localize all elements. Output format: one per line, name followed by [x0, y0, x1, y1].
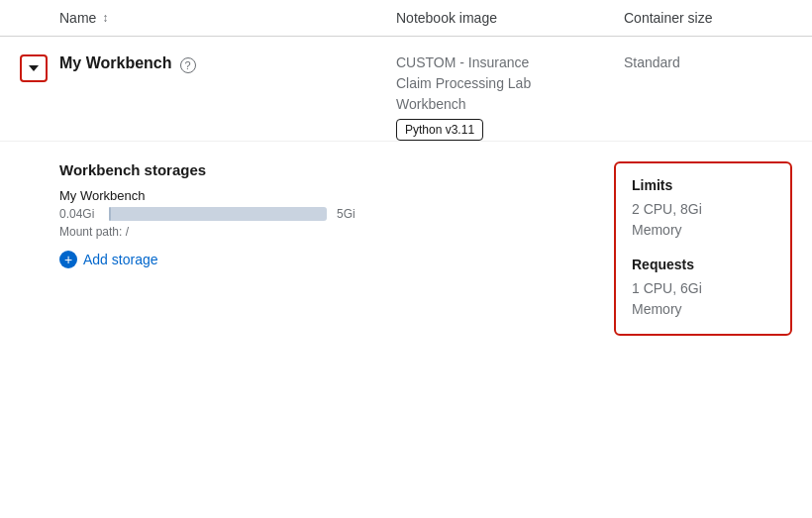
- expanded-section: Workbench storages My Workbench 0.04Gi 5…: [0, 142, 812, 356]
- storage-bar-fill: [109, 207, 111, 221]
- notebook-cell: CUSTOM - Insurance Claim Processing Lab …: [396, 52, 624, 141]
- container-size-value: Standard: [624, 54, 680, 70]
- plus-circle-icon: +: [59, 251, 77, 268]
- col-container-header: Container size: [624, 10, 792, 26]
- col-notebook-label: Notebook image: [396, 10, 497, 26]
- mount-path: Mount path: /: [59, 225, 594, 239]
- requests-heading: Requests: [632, 257, 774, 272]
- storage-section: Workbench storages My Workbench 0.04Gi 5…: [59, 161, 594, 336]
- limits-value: 2 CPU, 8GiMemory: [632, 199, 774, 241]
- container-size-cell: Standard: [624, 52, 792, 70]
- help-icon[interactable]: ?: [180, 57, 196, 73]
- limits-section: Limits 2 CPU, 8GiMemory Requests 1 CPU, …: [614, 161, 792, 336]
- chevron-down-icon: [29, 65, 39, 71]
- col-name-header: Name ↕: [59, 10, 396, 26]
- col-container-label: Container size: [624, 10, 713, 26]
- python-badge: Python v3.11: [396, 119, 483, 141]
- sort-icon[interactable]: ↕: [102, 11, 108, 25]
- notebook-line3: Workbench: [396, 94, 624, 115]
- table-header: Name ↕ Notebook image Container size: [0, 0, 812, 37]
- storage-title: Workbench storages: [59, 161, 594, 178]
- notebook-line2: Claim Processing Lab: [396, 73, 624, 94]
- storage-bar: [109, 207, 327, 221]
- col-notebook-header: Notebook image: [396, 10, 624, 26]
- name-cell: My Workbench ?: [59, 52, 396, 73]
- expand-cell: [20, 52, 59, 82]
- storage-item-name: My Workbench: [59, 188, 594, 203]
- storage-bar-row: 0.04Gi 5Gi: [59, 207, 594, 221]
- requests-value: 1 CPU, 6GiMemory: [632, 278, 774, 320]
- add-storage-label: Add storage: [83, 252, 158, 267]
- add-storage-button[interactable]: + Add storage: [59, 251, 158, 268]
- expand-button[interactable]: [20, 54, 48, 82]
- notebook-line1: CUSTOM - Insurance: [396, 52, 624, 73]
- main-row: My Workbench ? CUSTOM - Insurance Claim …: [0, 37, 812, 142]
- col-name-label: Name: [59, 10, 96, 26]
- limits-heading: Limits: [632, 177, 774, 193]
- workbench-name: My Workbench: [59, 54, 172, 72]
- storage-min-value: 0.04Gi: [59, 207, 99, 221]
- storage-max-value: 5Gi: [337, 207, 355, 221]
